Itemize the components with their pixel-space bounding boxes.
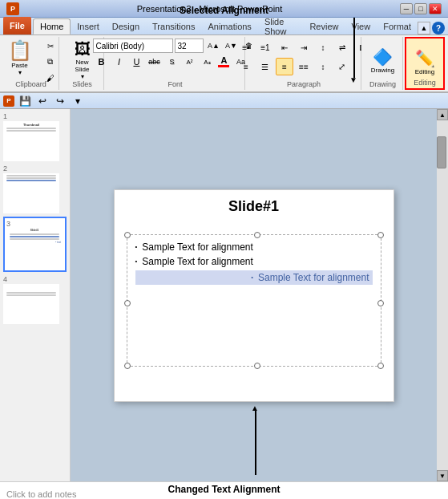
- top-arrow-line: [353, 18, 355, 78]
- scroll-up-button[interactable]: ▲: [437, 109, 448, 120]
- font-label: Font: [167, 80, 182, 88]
- slide-thumb-3[interactable]: 3 Slide#1 • text: [3, 217, 67, 272]
- drawing-icon: 🔷: [373, 47, 393, 67]
- minimize-button[interactable]: ─: [400, 3, 413, 14]
- tab-view[interactable]: View: [345, 18, 377, 34]
- slides-label: Slides: [72, 80, 92, 88]
- close-button[interactable]: ✕: [429, 3, 442, 14]
- align-right-button[interactable]: ≡: [276, 58, 293, 75]
- strikethrough-button[interactable]: abc: [146, 55, 162, 69]
- tab-slideshow[interactable]: Slide Show: [258, 18, 304, 34]
- drawing-group-label: Drawing: [369, 80, 396, 88]
- text-line-1-content: Sample Text for alignment: [142, 241, 253, 253]
- ribbon-tabs: File Home Insert Design Transitions Anim…: [0, 18, 448, 35]
- bottom-arrow-line: [255, 411, 256, 475]
- slide-thumb-1[interactable]: 1 Thumbnail: [3, 112, 67, 161]
- bottom-annotation: Changed Text Alignment: [167, 484, 280, 495]
- slide-canvas[interactable]: Slide#1 • Sample Text for alignment: [114, 189, 394, 402]
- top-annotation: Selected Alignment: [180, 5, 268, 16]
- numbering-button[interactable]: ≡1: [256, 39, 274, 56]
- handle-ml[interactable]: [124, 300, 131, 306]
- vertical-scrollbar: ▲ ▼: [437, 109, 448, 481]
- subscript-button[interactable]: A₂: [199, 55, 215, 69]
- font-size-input[interactable]: [175, 39, 204, 53]
- text-box[interactable]: • Sample Text for alignment • Sample Tex…: [127, 234, 381, 367]
- convert-button[interactable]: ⇌: [333, 39, 351, 56]
- font-name-input[interactable]: [93, 39, 173, 53]
- paste-dropdown[interactable]: ▾: [18, 69, 22, 76]
- decrease-indent-button[interactable]: ⇤: [276, 39, 293, 56]
- font-selector-row: A▲ A▼ 🗑: [93, 39, 256, 53]
- drawing-group: 🔷 Drawing Drawing: [363, 37, 403, 90]
- list-buttons-row: ≡• ≡1 ⇤ ⇥ ↕ ⇌ ⫿: [237, 39, 370, 56]
- slide-thumb-2[interactable]: 2: [3, 164, 67, 213]
- slide-thumb-4[interactable]: 4: [3, 275, 67, 324]
- editing-button[interactable]: ✏️ Editing: [407, 40, 442, 83]
- text-line-2-content: Sample Text for alignment: [142, 256, 253, 267]
- editing-group: ✏️ Editing Editing: [405, 37, 445, 90]
- quick-access-toolbar: P 💾 ↩ ↪ ▾: [0, 93, 448, 109]
- qat-more-button[interactable]: ▾: [71, 94, 85, 108]
- text-line-2: • Sample Text for alignment: [135, 256, 373, 267]
- tab-format[interactable]: Format: [377, 18, 418, 34]
- align-center-button[interactable]: ☰: [256, 58, 274, 75]
- bullet-1: •: [135, 243, 138, 250]
- increase-indent-button[interactable]: ⇥: [295, 39, 313, 56]
- underline-button[interactable]: U: [128, 55, 144, 69]
- window-controls[interactable]: ─ □ ✕: [400, 3, 442, 14]
- tab-transitions[interactable]: Transitions: [146, 18, 201, 34]
- handle-br[interactable]: [377, 363, 384, 369]
- bold-button[interactable]: B: [93, 55, 109, 69]
- tab-insert[interactable]: Insert: [71, 18, 106, 34]
- handle-tc[interactable]: [254, 232, 260, 238]
- handle-tr[interactable]: [377, 232, 384, 238]
- tab-file[interactable]: File: [3, 17, 31, 34]
- new-slide-dropdown[interactable]: ▾: [81, 73, 84, 80]
- text-line-3: • Sample Text for alignment: [135, 270, 373, 285]
- tab-design[interactable]: Design: [106, 18, 146, 34]
- clipboard-group: 📋 Paste ▾ ✂ ⧉ 🖌 Clipboard: [3, 37, 59, 90]
- font-color-button[interactable]: A: [216, 55, 231, 69]
- tab-review[interactable]: Review: [303, 18, 345, 34]
- copy-button[interactable]: ⧉: [40, 55, 61, 69]
- new-slide-icon: 🖼: [75, 40, 91, 59]
- editing-label: Editing: [415, 68, 434, 75]
- bullets-button[interactable]: ≡•: [237, 39, 255, 56]
- superscript-button[interactable]: A²: [181, 55, 197, 69]
- justify-button[interactable]: ≡≡: [295, 58, 313, 75]
- text-direction-button[interactable]: ↕: [314, 39, 332, 56]
- scroll-track[interactable]: [437, 120, 448, 470]
- restore-button[interactable]: □: [414, 3, 427, 14]
- ribbon: 📋 Paste ▾ ✂ ⧉ 🖌 Clipboard 🖼 NewSlide ▾: [0, 35, 448, 93]
- align-left-button[interactable]: ≡: [237, 58, 255, 75]
- help-button[interactable]: ?: [432, 22, 445, 34]
- scroll-thumb[interactable]: [437, 136, 446, 168]
- slide-title: Slide#1: [115, 190, 394, 223]
- app-icon: P: [6, 2, 19, 15]
- italic-button[interactable]: I: [111, 55, 127, 69]
- shadow-button[interactable]: S: [163, 55, 180, 69]
- paste-label: Paste: [11, 62, 27, 69]
- scroll-down-button[interactable]: ▼: [437, 470, 448, 481]
- increase-font-button[interactable]: A▲: [205, 39, 221, 53]
- ribbon-collapse-button[interactable]: ▲: [418, 22, 430, 34]
- tab-animations[interactable]: Animations: [201, 18, 257, 34]
- editing-group-label: Editing: [414, 79, 436, 87]
- para-expand-button[interactable]: ⤢: [333, 58, 351, 75]
- drawing-button[interactable]: 🔷 Drawing: [365, 39, 401, 82]
- bullet-2: •: [135, 258, 138, 265]
- tab-home[interactable]: Home: [33, 18, 71, 34]
- handle-mr[interactable]: [377, 300, 384, 306]
- font-format-row: B I U abc S A² A₂ A Aa: [93, 55, 248, 69]
- new-slide-label: NewSlide: [75, 59, 90, 73]
- paste-button[interactable]: 📋 Paste ▾: [2, 39, 38, 77]
- slide-view: Slide#1 • Sample Text for alignment: [71, 109, 437, 481]
- handle-bl[interactable]: [124, 363, 131, 369]
- slide-panel: 1 Thumbnail 2 3: [0, 109, 71, 481]
- handle-bc[interactable]: [254, 363, 260, 369]
- drawing-label: Drawing: [371, 67, 394, 74]
- align-buttons-row: ≡ ☰ ≡ ≡≡ ↕ ⤢: [237, 58, 351, 75]
- line-spacing-button[interactable]: ↕: [314, 58, 332, 75]
- handle-tl[interactable]: [124, 232, 131, 238]
- cut-button[interactable]: ✂: [40, 39, 61, 53]
